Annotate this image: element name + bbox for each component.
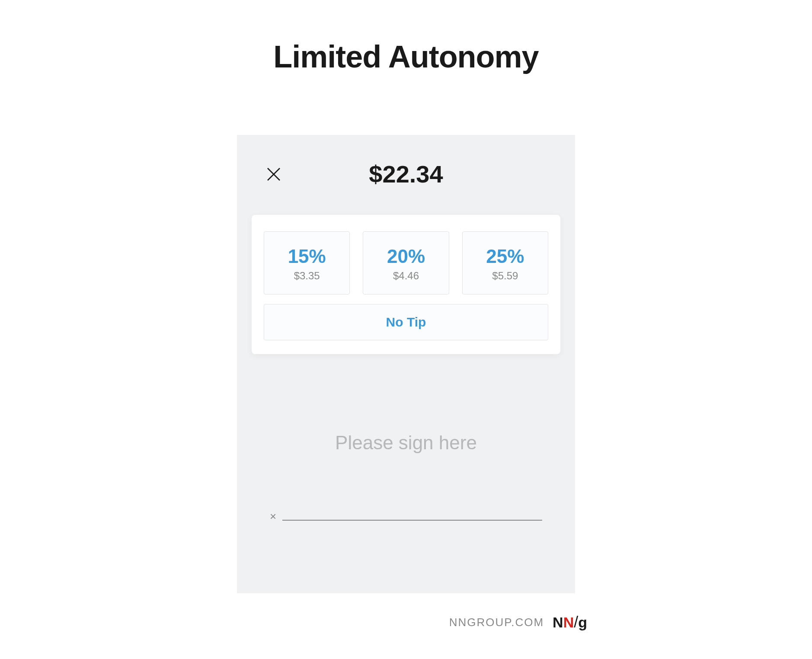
tip-amount: $3.35: [264, 270, 349, 282]
tip-option-20[interactable]: 20% $4.46: [363, 231, 449, 294]
tip-percent: 25%: [463, 246, 548, 267]
tip-percent: 20%: [363, 246, 448, 267]
nngroup-logo: NN/g: [553, 613, 587, 631]
footer: NNGROUP.COM NN/g: [449, 613, 587, 631]
signature-underline: [282, 520, 542, 521]
tip-percent: 15%: [264, 246, 349, 267]
footer-url: NNGROUP.COM: [449, 616, 544, 629]
no-tip-button[interactable]: No Tip: [264, 304, 548, 340]
tip-amount: $5.59: [463, 270, 548, 282]
checkout-header: $22.34: [237, 135, 575, 188]
tip-options-row: 15% $3.35 20% $4.46 25% $5.59: [264, 231, 548, 294]
signature-line[interactable]: ×: [270, 510, 542, 521]
tip-card: 15% $3.35 20% $4.46 25% $5.59 No Tip: [252, 215, 560, 354]
checkout-device-frame: $22.34 15% $3.35 20% $4.46 25% $5.59 No …: [237, 135, 575, 593]
tip-option-25[interactable]: 25% $5.59: [462, 231, 548, 294]
page-title: Limited Autonomy: [0, 39, 812, 74]
logo-slash: /: [574, 613, 578, 631]
logo-letter-g: g: [578, 614, 587, 630]
sign-prompt: Please sign here: [237, 432, 575, 454]
logo-letter-n2: N: [563, 614, 574, 630]
signature-marker: ×: [270, 510, 276, 523]
checkout-amount: $22.34: [264, 160, 548, 188]
tip-amount: $4.46: [363, 270, 448, 282]
tip-option-15[interactable]: 15% $3.35: [264, 231, 350, 294]
logo-letter-n1: N: [553, 614, 563, 630]
